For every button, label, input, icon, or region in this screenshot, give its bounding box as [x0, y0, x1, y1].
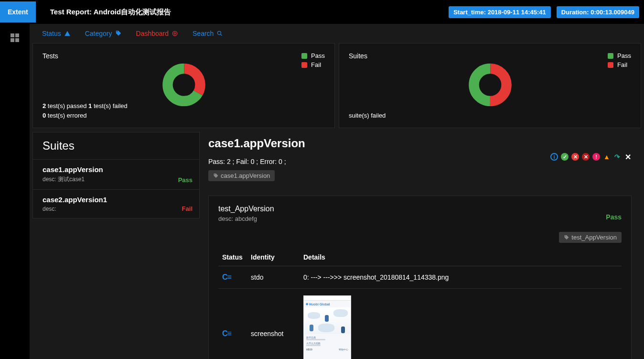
suite-status-badge: Pass — [178, 176, 193, 184]
filter-toolbar: i ✓ ✕ ✕ ! ▲ ↷ ✕ — [550, 153, 632, 161]
detail-tag-label: case1.appVersion — [221, 172, 270, 179]
suite-status-badge: Fail — [182, 205, 193, 212]
detail-title: case1.appVersion — [208, 137, 641, 150]
tests-summary: 2 test(s) passed 1 test(s) failed 0 test… — [43, 101, 128, 120]
table-row: C≡ stdo 0: ---> --->>> screenshot_201808… — [218, 266, 622, 289]
legend-pass-swatch — [301, 53, 307, 59]
brand-logo[interactable]: Extent — [0, 1, 36, 22]
screenshot-thumb[interactable]: ◆ Huobi Global — [303, 295, 351, 359]
col-details: Details — [300, 249, 622, 266]
check-icon[interactable]: ✓ — [561, 153, 569, 161]
tests-donut-chart — [162, 64, 205, 108]
tag-icon — [564, 235, 569, 240]
suites-column: Suites case1.appVersion desc: 测试case1 Pa… — [32, 132, 200, 359]
steps-table: Status Identity Details C≡ stdo 0: ---> … — [218, 249, 622, 359]
error-icon[interactable]: ✕ — [571, 153, 579, 161]
svg-point-1 — [174, 33, 176, 34]
suites-panel: Suites Pass Fail suite(s) failed — [339, 43, 641, 128]
search-icon — [216, 30, 223, 37]
test-block-desc: desc: abcdefg — [218, 215, 622, 222]
table-row: C≡ screenshot ◆ Huobi Global — [218, 289, 622, 359]
step-identity: screenshot — [247, 289, 300, 359]
fatal-icon[interactable]: ✕ — [582, 153, 590, 161]
exclaim-icon[interactable]: ! — [592, 153, 600, 161]
thumb-brand: ◆ Huobi Global — [304, 301, 351, 307]
tab-status-label: Status — [42, 30, 61, 37]
suite-name: case2.appVersion1 — [43, 196, 190, 204]
suite-name: case1.appVersion — [43, 165, 190, 174]
legend-fail-label: Fail — [311, 61, 321, 68]
suite-item-case2[interactable]: case2.appVersion1 desc: Fail — [32, 190, 200, 218]
tab-status[interactable]: Status — [42, 30, 71, 37]
info-icon[interactable]: i — [550, 153, 558, 161]
suites-donut-chart — [469, 64, 512, 108]
step-status-icon: C≡ — [222, 273, 231, 281]
test-block-status: Pass — [606, 213, 622, 221]
tag-icon — [115, 30, 122, 37]
view-tabs: Status Category Dashboard Search — [32, 24, 641, 43]
redo-icon[interactable]: ↷ — [613, 153, 621, 161]
tab-search-label: Search — [193, 30, 214, 37]
tab-category[interactable]: Category — [85, 30, 122, 37]
detail-tag[interactable]: case1.appVersion — [208, 170, 275, 181]
tab-dashboard-label: Dashboard — [136, 30, 169, 37]
col-identity: Identity — [247, 249, 300, 266]
step-status-icon: C≡ — [222, 329, 231, 337]
test-block-tag[interactable]: test_AppVersion — [559, 232, 622, 243]
suite-desc: desc: 测试case1 — [43, 175, 190, 184]
tab-category-label: Category — [85, 30, 112, 37]
report-title: Test Report: Android自动化测试报告 — [50, 8, 443, 17]
tab-dashboard[interactable]: Dashboard — [136, 30, 179, 37]
target-icon — [172, 30, 178, 37]
warning-icon[interactable]: ▲ — [603, 153, 611, 161]
svg-line-3 — [221, 34, 222, 36]
step-details: 0: ---> --->>> screenshot_20180814_11433… — [300, 266, 622, 289]
svg-point-2 — [218, 31, 221, 34]
suite-item-case1[interactable]: case1.appVersion desc: 测试case1 Pass — [32, 160, 200, 190]
suites-summary: suite(s) failed — [349, 111, 386, 120]
tests-panel: Tests Pass Fail 2 test(s) passed 1 test(… — [32, 43, 335, 128]
detail-column: case1.appVersion i ✓ ✕ ✕ ! ▲ ↷ ✕ Pass: 2… — [204, 132, 641, 359]
start-time-pill: Start_time: 2018-09-11 14:45:41 — [449, 6, 551, 18]
step-details: ◆ Huobi Global — [300, 289, 622, 359]
tag-icon — [213, 173, 219, 179]
tab-search[interactable]: Search — [193, 30, 223, 37]
warning-triangle-icon — [64, 30, 71, 37]
close-icon[interactable]: ✕ — [624, 153, 632, 161]
suites-heading: Suites — [32, 132, 200, 160]
legend-fail-label: Fail — [617, 61, 627, 68]
legend-pass-swatch — [608, 53, 613, 59]
legend-fail-swatch — [608, 62, 613, 68]
suite-desc: desc: — [43, 206, 190, 212]
legend-pass-label: Pass — [311, 52, 325, 59]
suites-panel-title: Suites — [349, 52, 631, 60]
test-block-tag-label: test_AppVersion — [571, 234, 617, 241]
dashboard-grid-icon[interactable] — [11, 33, 19, 42]
test-block-title: test_AppVersion — [218, 205, 622, 213]
left-nav — [0, 24, 30, 359]
duration-pill: Duration: 0:00:13.009049 — [557, 6, 639, 18]
svg-point-0 — [172, 31, 177, 35]
legend-pass-label: Pass — [617, 52, 631, 59]
col-status: Status — [218, 249, 247, 266]
legend-fail-swatch — [301, 62, 307, 68]
test-block: test_AppVersion desc: abcdefg Pass test_… — [208, 196, 632, 359]
step-identity: stdo — [247, 266, 300, 289]
tests-panel-title: Tests — [43, 52, 325, 60]
